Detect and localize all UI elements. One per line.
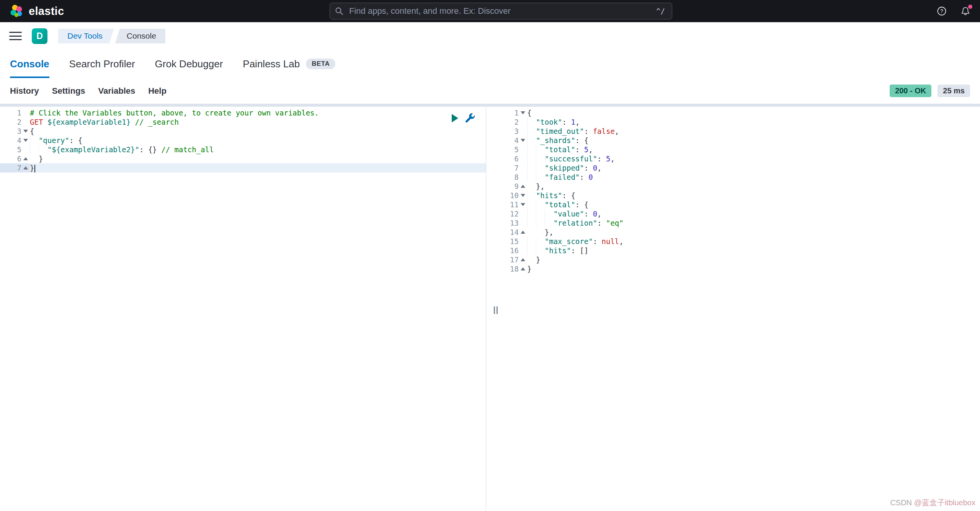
code-line[interactable]: 4 "_shards": { (505, 136, 980, 145)
watermark-prefix: CSDN (890, 498, 914, 507)
settings-button[interactable]: Settings (52, 86, 85, 96)
code-line[interactable]: 5 "${exampleVariable2}": {} // match_all (0, 145, 486, 154)
line-number: 11 (505, 200, 519, 209)
code-text: "total": { (527, 200, 588, 209)
code-line[interactable]: 3{ (0, 127, 486, 136)
code-line[interactable]: 15 "max_score": null, (505, 237, 980, 246)
tab-search-profiler[interactable]: Search Profiler (69, 50, 135, 78)
code-text: "total": 5, (527, 145, 593, 154)
search-shortcut-hint: ^/ (654, 7, 667, 16)
tab-search-profiler-label: Search Profiler (69, 58, 135, 70)
fold-open-icon[interactable] (23, 130, 28, 133)
line-number: 7 (0, 163, 21, 173)
send-request-icon[interactable] (452, 114, 458, 122)
menu-icon[interactable] (9, 31, 22, 41)
resizer-handle-icon[interactable] (494, 306, 498, 314)
code-line[interactable]: 10 "hits": { (505, 191, 980, 200)
tab-console[interactable]: Console (10, 50, 49, 78)
code-line[interactable]: 13 "relation": "eq" (505, 218, 980, 228)
fold-open-icon[interactable] (521, 111, 525, 114)
fold-close-icon[interactable] (521, 267, 525, 270)
code-line[interactable]: 17 } (505, 255, 980, 264)
fold-close-icon[interactable] (521, 231, 525, 234)
global-search-input[interactable] (348, 6, 654, 16)
line-number: 4 (505, 136, 519, 145)
line-number: 3 (0, 127, 21, 136)
code-line[interactable]: 11 "total": { (505, 200, 980, 209)
breadcrumb-dev-tools[interactable]: Dev Tools (58, 29, 114, 44)
code-text: "value": 0, (527, 209, 602, 218)
dev-tools-tabs: Console Search Profiler Grok Debugger Pa… (0, 50, 980, 78)
response-viewer[interactable]: 1{2 "took": 1,3 "timed_out": false,4 "_s… (505, 108, 980, 273)
code-line[interactable]: 3 "timed_out": false, (505, 127, 980, 136)
wrench-icon[interactable] (465, 113, 475, 123)
code-line[interactable]: 2 "took": 1, (505, 117, 980, 127)
fold-close-icon[interactable] (521, 258, 525, 261)
code-line[interactable]: 6 } (0, 154, 486, 163)
code-text: "took": 1, (527, 117, 580, 127)
code-line[interactable]: 9 }, (505, 182, 980, 191)
code-text: "successful": 5, (527, 154, 615, 163)
code-line[interactable]: 2GET ${exampleVariable1} // _search (0, 117, 486, 127)
line-number: 4 (0, 136, 21, 145)
code-line[interactable]: 1# Click the Variables button, above, to… (0, 108, 486, 117)
status-badge: 200 - OK (890, 85, 931, 97)
help-button[interactable]: Help (148, 86, 167, 96)
code-line[interactable]: 16 "hits": [] (505, 246, 980, 255)
fold-open-icon[interactable] (521, 203, 525, 206)
code-text: "skipped": 0, (527, 163, 602, 173)
tab-painless-lab[interactable]: Painless Lab BETA (243, 50, 335, 78)
global-search[interactable]: ^/ (330, 3, 672, 20)
code-text: } (527, 255, 540, 264)
fold-close-icon[interactable] (23, 157, 28, 160)
fold-open-icon[interactable] (23, 139, 28, 142)
line-number: 2 (0, 117, 21, 127)
code-line[interactable]: 18} (505, 264, 980, 273)
tab-grok-debugger[interactable]: Grok Debugger (155, 50, 223, 78)
tab-painless-lab-label: Painless Lab (243, 58, 300, 70)
notifications-bell-icon[interactable] (960, 6, 971, 16)
line-number: 17 (505, 255, 519, 264)
beta-badge: BETA (306, 59, 335, 69)
pane-resizer[interactable] (486, 104, 505, 511)
code-line[interactable]: 6 "successful": 5, (505, 154, 980, 163)
code-text: } (527, 264, 531, 273)
line-number: 8 (505, 173, 519, 182)
tab-grok-debugger-label: Grok Debugger (155, 58, 223, 70)
code-line[interactable]: 1{ (505, 108, 980, 117)
code-line[interactable]: 12 "value": 0, (505, 209, 980, 218)
line-number: 18 (505, 264, 519, 273)
response-pane[interactable]: 1{2 "took": 1,3 "timed_out": false,4 "_s… (505, 104, 980, 511)
history-button[interactable]: History (10, 86, 39, 96)
console-split-editor: 1# Click the Variables button, above, to… (0, 104, 980, 511)
code-text: } (30, 163, 35, 173)
line-number: 6 (505, 154, 519, 163)
variables-button[interactable]: Variables (98, 86, 136, 96)
line-number: 7 (505, 163, 519, 173)
request-pane[interactable]: 1# Click the Variables button, above, to… (0, 104, 486, 511)
space-avatar[interactable]: D (32, 28, 47, 44)
fold-close-icon[interactable] (521, 185, 525, 188)
line-number: 10 (505, 191, 519, 200)
fold-open-icon[interactable] (521, 194, 525, 197)
watermark: CSDN @蓝盒子itbluebox (890, 498, 975, 508)
fold-open-icon[interactable] (521, 139, 525, 142)
code-line[interactable]: 8 "failed": 0 (505, 173, 980, 182)
code-text: { (30, 127, 34, 136)
code-line[interactable]: 14 }, (505, 228, 980, 237)
logo-wordmark: elastic (29, 5, 64, 18)
help-icon[interactable]: ? (936, 6, 947, 16)
search-icon (335, 7, 344, 16)
elastic-logo[interactable]: elastic (0, 4, 64, 18)
line-number: 1 (0, 108, 21, 117)
code-text: { (527, 108, 531, 117)
line-number: 12 (505, 209, 519, 218)
code-line[interactable]: 7} (0, 163, 486, 173)
response-status: 200 - OK 25 ms (890, 85, 970, 97)
fold-close-icon[interactable] (23, 166, 28, 169)
code-line[interactable]: 4 "query": { (0, 136, 486, 145)
code-text: # Click the Variables button, above, to … (30, 108, 319, 117)
request-editor[interactable]: 1# Click the Variables button, above, to… (0, 108, 486, 173)
code-line[interactable]: 7 "skipped": 0, (505, 163, 980, 173)
code-line[interactable]: 5 "total": 5, (505, 145, 980, 154)
